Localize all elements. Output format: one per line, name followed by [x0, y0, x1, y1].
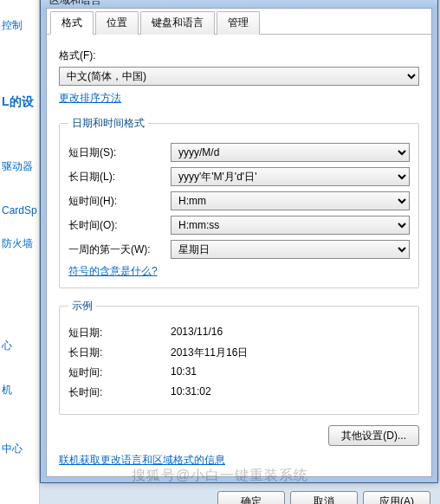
- first-dow-select[interactable]: 星期日: [171, 240, 410, 259]
- window-titlebar: 区域和语言: [41, 0, 437, 8]
- window-title: 区域和语言: [49, 0, 101, 6]
- nav-fragment[interactable]: 驱动器: [0, 150, 39, 183]
- nav-fragment[interactable]: 中心: [0, 432, 39, 465]
- cancel-button[interactable]: 取消: [290, 491, 358, 504]
- date-time-format-legend: 日期和时间格式: [68, 116, 148, 131]
- date-time-format-group: 日期和时间格式 短日期(S): yyyy/M/d 长日期(L): yyyy'年'…: [59, 116, 419, 288]
- nav-fragment[interactable]: 机: [0, 373, 39, 406]
- first-dow-label: 一周的第一天(W):: [68, 242, 171, 257]
- short-time-label: 短时间(H):: [68, 194, 171, 209]
- other-settings-button[interactable]: 其他设置(D)...: [328, 425, 419, 446]
- back-fragment: 控制: [0, 9, 39, 42]
- apply-button[interactable]: 应用(A): [363, 491, 430, 504]
- tab-keyboard-language[interactable]: 键盘和语言: [140, 11, 215, 35]
- symbol-meaning-link[interactable]: 符号的含意是什么?: [68, 264, 158, 279]
- ex-short-time-value: 10:31: [171, 365, 197, 380]
- example-group: 示例 短日期: 2013/11/16 长日期: 2013年11月16日 短时间:…: [59, 299, 419, 415]
- long-date-label: 长日期(L):: [68, 170, 171, 184]
- ex-long-time-value: 10:31:02: [171, 385, 211, 400]
- long-time-label: 长时间(O):: [68, 218, 171, 233]
- online-info-link[interactable]: 联机获取更改语言和区域格式的信息: [59, 453, 225, 468]
- ok-button[interactable]: 确定: [217, 491, 285, 504]
- heading-fragment: L的设: [0, 83, 39, 120]
- format-select[interactable]: 中文(简体，中国): [59, 67, 419, 86]
- long-date-select[interactable]: yyyy'年'M'月'd'日': [171, 167, 410, 186]
- ex-short-date-value: 2013/11/16: [171, 326, 223, 340]
- tab-admin[interactable]: 管理: [217, 11, 260, 35]
- dialog-button-row: 确定 取消 应用(A): [217, 486, 430, 504]
- nav-fragment[interactable]: 防火墙: [0, 227, 39, 260]
- format-label: 格式(F):: [59, 48, 419, 63]
- region-language-window: 区域和语言 格式 位置 键盘和语言 管理 格式(F): 中文(简体，中国) 更改…: [40, 0, 438, 483]
- nav-fragment[interactable]: CardSp: [0, 194, 39, 227]
- ex-long-date-value: 2013年11月16日: [171, 346, 248, 360]
- ex-short-time-label: 短时间:: [68, 365, 171, 380]
- short-date-select[interactable]: yyyy/M/d: [171, 143, 410, 162]
- ex-long-time-label: 长时间:: [68, 385, 171, 400]
- control-panel-left-fragment: 控制 L的设 驱动器 CardSp 防火墙 心 机 中心: [0, 0, 40, 504]
- ex-long-date-label: 长日期:: [68, 346, 171, 360]
- tab-format[interactable]: 格式: [50, 11, 94, 35]
- change-sort-link[interactable]: 更改排序方法: [59, 91, 121, 106]
- long-time-select[interactable]: H:mm:ss: [171, 216, 410, 235]
- tab-strip: 格式 位置 键盘和语言 管理: [47, 9, 431, 35]
- short-date-label: 短日期(S):: [68, 145, 171, 160]
- short-time-select[interactable]: H:mm: [171, 191, 410, 210]
- nav-fragment[interactable]: 心: [0, 329, 39, 362]
- ex-short-date-label: 短日期:: [68, 326, 171, 340]
- example-legend: 示例: [68, 299, 96, 313]
- format-pane: 格式(F): 中文(简体，中国) 更改排序方法 日期和时间格式 短日期(S): …: [47, 35, 431, 476]
- tab-location[interactable]: 位置: [95, 11, 139, 35]
